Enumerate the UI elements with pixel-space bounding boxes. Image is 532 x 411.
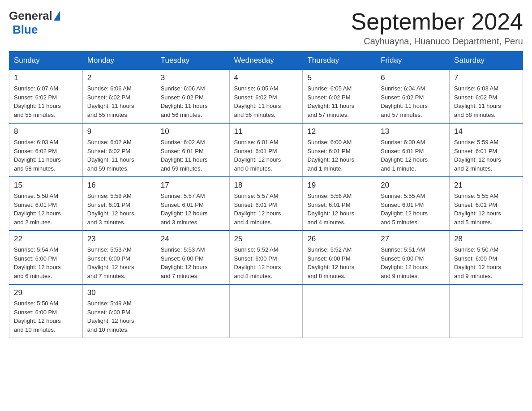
day-info: Sunrise: 5:54 AM Sunset: 6:00 PM Dayligh… [14, 245, 78, 280]
logo-blue-text: Blue [13, 23, 38, 37]
day-number: 25 [234, 235, 298, 244]
day-of-week-header: Monday [82, 51, 156, 70]
calendar-cell: 15Sunrise: 5:58 AM Sunset: 6:01 PM Dayli… [9, 177, 83, 231]
day-number: 21 [454, 181, 518, 190]
day-number: 15 [14, 181, 78, 190]
day-info: Sunrise: 5:59 AM Sunset: 6:01 PM Dayligh… [454, 138, 518, 173]
day-info: Sunrise: 5:49 AM Sunset: 6:00 PM Dayligh… [87, 299, 151, 334]
day-of-week-header: Wednesday [229, 51, 303, 70]
calendar-cell: 29Sunrise: 5:50 AM Sunset: 6:00 PM Dayli… [9, 284, 83, 338]
calendar-cell: 10Sunrise: 6:02 AM Sunset: 6:01 PM Dayli… [156, 123, 229, 177]
day-number: 2 [87, 73, 151, 82]
day-info: Sunrise: 5:51 AM Sunset: 6:00 PM Dayligh… [381, 245, 445, 280]
day-number: 17 [161, 181, 225, 190]
calendar-week-row: 29Sunrise: 5:50 AM Sunset: 6:00 PM Dayli… [9, 284, 523, 338]
logo-triangle-icon [54, 11, 60, 21]
calendar-cell: 25Sunrise: 5:52 AM Sunset: 6:00 PM Dayli… [229, 231, 303, 284]
calendar-cell: 26Sunrise: 5:52 AM Sunset: 6:00 PM Dayli… [303, 231, 376, 284]
calendar-cell [303, 284, 376, 338]
day-info: Sunrise: 6:06 AM Sunset: 6:02 PM Dayligh… [87, 84, 151, 119]
calendar-cell: 4Sunrise: 6:05 AM Sunset: 6:02 PM Daylig… [229, 70, 303, 124]
day-number: 9 [87, 127, 151, 136]
day-info: Sunrise: 5:53 AM Sunset: 6:00 PM Dayligh… [161, 245, 225, 280]
calendar-header-row: SundayMondayTuesdayWednesdayThursdayFrid… [9, 51, 523, 70]
day-number: 22 [14, 235, 78, 244]
day-number: 26 [307, 235, 371, 244]
calendar-week-row: 8Sunrise: 6:03 AM Sunset: 6:02 PM Daylig… [9, 123, 523, 177]
day-of-week-header: Thursday [303, 51, 376, 70]
calendar-cell: 17Sunrise: 5:57 AM Sunset: 6:01 PM Dayli… [156, 177, 229, 231]
day-number: 14 [454, 127, 518, 136]
calendar-cell: 8Sunrise: 6:03 AM Sunset: 6:02 PM Daylig… [9, 123, 83, 177]
day-of-week-header: Saturday [450, 51, 523, 70]
day-info: Sunrise: 6:05 AM Sunset: 6:02 PM Dayligh… [234, 84, 298, 119]
day-number: 16 [87, 181, 151, 190]
day-number: 1 [14, 73, 78, 82]
calendar-cell: 22Sunrise: 5:54 AM Sunset: 6:00 PM Dayli… [9, 231, 83, 284]
day-info: Sunrise: 5:56 AM Sunset: 6:01 PM Dayligh… [307, 192, 371, 227]
day-number: 8 [14, 127, 78, 136]
day-info: Sunrise: 6:05 AM Sunset: 6:02 PM Dayligh… [307, 84, 371, 119]
day-number: 19 [307, 181, 371, 190]
day-number: 20 [381, 181, 445, 190]
day-info: Sunrise: 5:53 AM Sunset: 6:00 PM Dayligh… [87, 245, 151, 280]
calendar-cell: 24Sunrise: 5:53 AM Sunset: 6:00 PM Dayli… [156, 231, 229, 284]
title-section: September 2024 Cayhuayna, Huanuco Depart… [351, 9, 523, 47]
calendar-table: SundayMondayTuesdayWednesdayThursdayFrid… [9, 51, 523, 338]
day-info: Sunrise: 5:57 AM Sunset: 6:01 PM Dayligh… [234, 192, 298, 227]
calendar-cell: 14Sunrise: 5:59 AM Sunset: 6:01 PM Dayli… [450, 123, 523, 177]
calendar-week-row: 1Sunrise: 6:07 AM Sunset: 6:02 PM Daylig… [9, 70, 523, 124]
day-info: Sunrise: 6:00 AM Sunset: 6:01 PM Dayligh… [381, 138, 445, 173]
calendar-cell [156, 284, 229, 338]
day-number: 30 [87, 288, 151, 297]
day-number: 7 [454, 73, 518, 82]
calendar-cell: 11Sunrise: 6:01 AM Sunset: 6:01 PM Dayli… [229, 123, 303, 177]
month-title: September 2024 [351, 9, 523, 34]
day-number: 11 [234, 127, 298, 136]
day-number: 18 [234, 181, 298, 190]
day-info: Sunrise: 6:02 AM Sunset: 6:02 PM Dayligh… [87, 138, 151, 173]
day-number: 5 [307, 73, 371, 82]
day-info: Sunrise: 5:50 AM Sunset: 6:00 PM Dayligh… [454, 245, 518, 280]
calendar-cell [450, 284, 523, 338]
day-info: Sunrise: 5:58 AM Sunset: 6:01 PM Dayligh… [87, 192, 151, 227]
day-info: Sunrise: 6:03 AM Sunset: 6:02 PM Dayligh… [454, 84, 518, 119]
logo-general-text: General [9, 9, 52, 23]
location-text: Cayhuayna, Huanuco Department, Peru [351, 36, 523, 47]
calendar-cell: 18Sunrise: 5:57 AM Sunset: 6:01 PM Dayli… [229, 177, 303, 231]
calendar-cell: 13Sunrise: 6:00 AM Sunset: 6:01 PM Dayli… [376, 123, 450, 177]
day-of-week-header: Friday [376, 51, 450, 70]
calendar-cell: 23Sunrise: 5:53 AM Sunset: 6:00 PM Dayli… [82, 231, 156, 284]
day-info: Sunrise: 6:00 AM Sunset: 6:01 PM Dayligh… [307, 138, 371, 173]
calendar-cell: 3Sunrise: 6:06 AM Sunset: 6:02 PM Daylig… [156, 70, 229, 124]
day-info: Sunrise: 5:52 AM Sunset: 6:00 PM Dayligh… [307, 245, 371, 280]
calendar-cell: 16Sunrise: 5:58 AM Sunset: 6:01 PM Dayli… [82, 177, 156, 231]
day-number: 23 [87, 235, 151, 244]
calendar-week-row: 22Sunrise: 5:54 AM Sunset: 6:00 PM Dayli… [9, 231, 523, 284]
day-of-week-header: Sunday [9, 51, 83, 70]
calendar-cell: 28Sunrise: 5:50 AM Sunset: 6:00 PM Dayli… [450, 231, 523, 284]
day-number: 10 [161, 127, 225, 136]
day-info: Sunrise: 6:01 AM Sunset: 6:01 PM Dayligh… [234, 138, 298, 173]
page-header: General Blue September 2024 Cayhuayna, H… [9, 9, 523, 47]
calendar-cell [229, 284, 303, 338]
day-number: 13 [381, 127, 445, 136]
calendar-cell: 27Sunrise: 5:51 AM Sunset: 6:00 PM Dayli… [376, 231, 450, 284]
calendar-cell: 21Sunrise: 5:55 AM Sunset: 6:01 PM Dayli… [450, 177, 523, 231]
day-info: Sunrise: 5:55 AM Sunset: 6:01 PM Dayligh… [381, 192, 445, 227]
day-number: 29 [14, 288, 78, 297]
day-info: Sunrise: 6:07 AM Sunset: 6:02 PM Dayligh… [14, 84, 78, 119]
day-info: Sunrise: 5:50 AM Sunset: 6:00 PM Dayligh… [14, 299, 78, 334]
calendar-cell: 6Sunrise: 6:04 AM Sunset: 6:02 PM Daylig… [376, 70, 450, 124]
day-info: Sunrise: 6:03 AM Sunset: 6:02 PM Dayligh… [14, 138, 78, 173]
calendar-cell: 9Sunrise: 6:02 AM Sunset: 6:02 PM Daylig… [82, 123, 156, 177]
day-number: 6 [381, 73, 445, 82]
day-number: 27 [381, 235, 445, 244]
calendar-cell: 20Sunrise: 5:55 AM Sunset: 6:01 PM Dayli… [376, 177, 450, 231]
day-number: 24 [161, 235, 225, 244]
calendar-cell: 5Sunrise: 6:05 AM Sunset: 6:02 PM Daylig… [303, 70, 376, 124]
calendar-cell: 2Sunrise: 6:06 AM Sunset: 6:02 PM Daylig… [82, 70, 156, 124]
calendar-cell [376, 284, 450, 338]
day-info: Sunrise: 6:02 AM Sunset: 6:01 PM Dayligh… [161, 138, 225, 173]
calendar-cell: 1Sunrise: 6:07 AM Sunset: 6:02 PM Daylig… [9, 70, 83, 124]
